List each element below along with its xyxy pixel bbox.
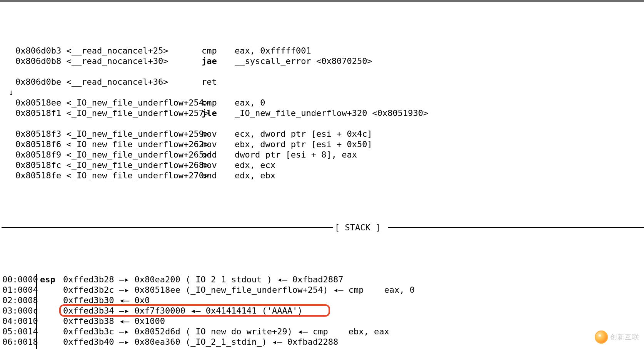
asm-operands: eax, 0 xyxy=(235,97,265,108)
asm-operands: dword ptr [esi + 8], eax xyxy=(235,149,357,160)
asm-address: 0x80518f3 xyxy=(15,129,61,139)
asm-operands: edx, ecx xyxy=(235,160,275,170)
stack-body: 0xffed3b30 ◂— 0x0 xyxy=(63,295,644,305)
asm-mnemonic: jae xyxy=(202,56,235,66)
stack-row: 00:0000esp0xffed3b28 —▸ 0x80ea200 (_IO_2… xyxy=(2,274,644,285)
stack-offset: 00:0000 xyxy=(2,274,36,285)
asm-row: 0x80518fe <_IO_new_file_underflow+270>an… xyxy=(2,170,644,181)
stack-separator xyxy=(36,337,37,347)
stack-body: 0xffed3b44 —▸ 0xffed3bbc ◂— 0x3 xyxy=(63,347,644,349)
stack-separator xyxy=(36,305,37,316)
asm-address: 0x80518f9 xyxy=(15,150,61,159)
asm-symbol: <_IO_new_file_underflow+270> xyxy=(66,171,209,180)
stack-body: 0xffed3b38 ◂— 0x1000 xyxy=(63,316,644,326)
asm-operands: eax, 0xfffff001 xyxy=(235,45,311,56)
flow-arrow-icon: ↓ xyxy=(2,87,15,97)
disassembly-pane: 0x806d0b3 <__read_nocancel+25>cmpeax, 0x… xyxy=(2,45,644,181)
stack-body: 0xffed3b2c —▸ 0x80518ee (_IO_new_file_un… xyxy=(63,285,644,295)
asm-symbol: <__read_nocancel+30> xyxy=(66,56,168,66)
asm-symbol: <__read_nocancel+36> xyxy=(66,77,168,87)
asm-mnemonic: ret xyxy=(202,77,235,87)
terminal-content[interactable]: 0x806d0b3 <__read_nocancel+25>cmpeax, 0x… xyxy=(0,2,644,349)
asm-row xyxy=(2,118,644,129)
stack-row: 05:00140xffed3b3c —▸ 0x8052d6d (_IO_new_… xyxy=(2,326,644,337)
section-divider-stack: [ STACK ] xyxy=(2,222,644,233)
asm-row: ↓ xyxy=(2,87,644,97)
asm-row: 0x806d0b3 <__read_nocancel+25>cmpeax, 0x… xyxy=(2,45,644,56)
stack-separator xyxy=(36,326,37,337)
asm-address: 0x806d0be xyxy=(15,77,61,87)
stack-offset: 04:0010 xyxy=(2,316,36,326)
asm-row: 0x80518ee <_IO_new_file_underflow+254>cm… xyxy=(2,97,644,108)
stack-body: 0xffed3b40 —▸ 0x80ea360 (_IO_2_1_stdin_)… xyxy=(63,337,644,347)
stack-row: 01:00040xffed3b2c —▸ 0x80518ee (_IO_new_… xyxy=(2,285,644,295)
asm-address: 0x806d0b3 xyxy=(15,46,61,55)
asm-address: 0x80518fc xyxy=(15,160,61,170)
stack-row: 04:00100xffed3b38 ◂— 0x1000 xyxy=(2,316,644,326)
stack-separator xyxy=(36,274,37,285)
asm-operands: __syscall_error <0x8070250> xyxy=(235,56,372,66)
asm-address: 0x806d0b8 xyxy=(15,56,61,66)
asm-operands: ecx, dword ptr [esi + 0x4c] xyxy=(235,129,372,139)
stack-row: 06:00180xffed3b40 —▸ 0x80ea360 (_IO_2_1_… xyxy=(2,337,644,347)
asm-operands: edx, ebx xyxy=(235,170,275,181)
watermark: 创新互联 xyxy=(595,331,639,344)
asm-row: 0x80518f3 <_IO_new_file_underflow+259>mo… xyxy=(2,129,644,139)
watermark-logo-icon xyxy=(595,331,608,344)
stack-row: 03:000c0xffed3b34 —▸ 0xf7f30000 ◂— 0x414… xyxy=(2,305,644,316)
asm-row: 0x80518fc <_IO_new_file_underflow+268>mo… xyxy=(2,160,644,170)
stack-offset: 01:0004 xyxy=(2,285,36,295)
asm-address: 0x80518f6 xyxy=(15,139,61,149)
stack-separator xyxy=(36,316,37,326)
asm-row: 0x80518f9 <_IO_new_file_underflow+265>ad… xyxy=(2,149,644,160)
asm-mnemonic: jle xyxy=(202,108,235,118)
asm-symbol: <_IO_new_file_underflow+262> xyxy=(66,139,209,149)
watermark-text: 创新互联 xyxy=(610,332,639,342)
stack-pane: 00:0000esp0xffed3b28 —▸ 0x80ea200 (_IO_2… xyxy=(2,274,644,349)
asm-row: 0x806d0b8 <__read_nocancel+30>jae__sysca… xyxy=(2,56,644,66)
stack-body: 0xffed3b34 —▸ 0xf7f30000 ◂— 0x41414141 (… xyxy=(63,305,644,316)
asm-mnemonic: cmp xyxy=(202,97,235,108)
asm-symbol: <_IO_new_file_underflow+259> xyxy=(66,129,209,139)
asm-symbol: <_IO_new_file_underflow+268> xyxy=(66,160,209,170)
stack-offset: 06:0018 xyxy=(2,337,36,347)
stack-body: 0xffed3b28 —▸ 0x80ea200 (_IO_2_1_stdout_… xyxy=(63,274,644,285)
stack-offset: 03:000c xyxy=(2,305,36,316)
asm-mnemonic: add xyxy=(202,149,235,160)
asm-operands: _IO_new_file_underflow+320 <0x8051930> xyxy=(235,108,428,118)
asm-row xyxy=(2,66,644,77)
stack-row: 07:001c0xffed3b44 —▸ 0xffed3bbc ◂— 0x3 xyxy=(2,347,644,349)
asm-address: 0x80518ee xyxy=(15,98,61,107)
stack-separator xyxy=(36,347,37,349)
stack-separator xyxy=(36,285,37,295)
stack-offset: 02:0008 xyxy=(2,295,36,305)
stack-offset: 07:001c xyxy=(2,347,36,349)
asm-symbol: <_IO_new_file_underflow+257> xyxy=(66,108,209,118)
asm-row: 0x80518f1 <_IO_new_file_underflow+257>jl… xyxy=(2,108,644,118)
asm-symbol: <_IO_new_file_underflow+254> xyxy=(66,98,209,107)
asm-mnemonic: mov xyxy=(202,139,235,149)
stack-separator xyxy=(36,295,37,305)
stack-register: esp xyxy=(40,274,63,285)
asm-operands: ebx, dword ptr [esi + 0x50] xyxy=(235,139,372,149)
asm-symbol: <__read_nocancel+25> xyxy=(66,46,168,55)
asm-symbol: <_IO_new_file_underflow+265> xyxy=(66,150,209,159)
section-label-stack: [ STACK ] xyxy=(335,222,380,233)
stack-body: 0xffed3b3c —▸ 0x8052d6d (_IO_new_do_writ… xyxy=(63,326,644,337)
stack-row: 02:00080xffed3b30 ◂— 0x0 xyxy=(2,295,644,305)
asm-row: 0x80518f6 <_IO_new_file_underflow+262>mo… xyxy=(2,139,644,149)
asm-mnemonic: and xyxy=(202,170,235,181)
stack-offset: 05:0014 xyxy=(2,326,36,337)
asm-row: 0x806d0be <__read_nocancel+36>ret xyxy=(2,77,644,87)
asm-mnemonic: mov xyxy=(202,160,235,170)
asm-address: 0x80518f1 xyxy=(15,108,61,118)
asm-mnemonic: cmp xyxy=(202,45,235,56)
asm-mnemonic: mov xyxy=(202,129,235,139)
asm-address: 0x80518fe xyxy=(15,171,61,180)
